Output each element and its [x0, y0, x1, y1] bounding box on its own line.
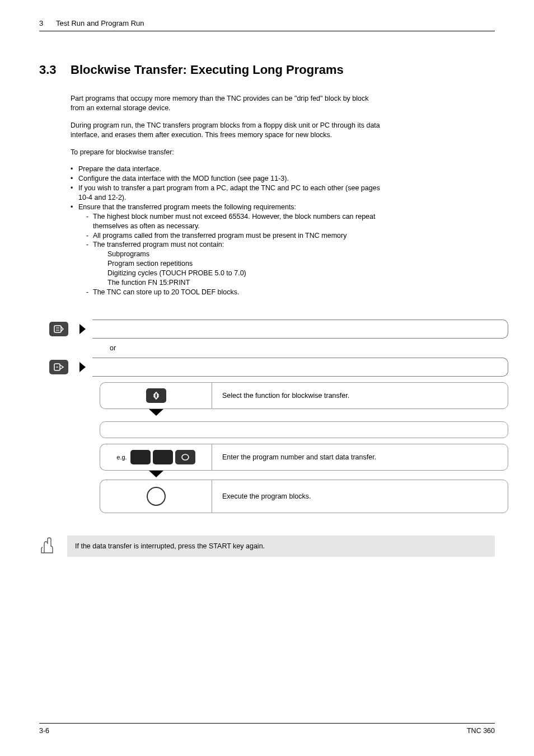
flow-mode-row-2 — [49, 355, 508, 379]
or-label: or — [110, 344, 508, 352]
program-run-full-sequence-icon — [49, 322, 68, 336]
sub-list-item-text: The transferred program must not contain… — [93, 241, 224, 248]
sub-sub-item: Program section repetitions — [107, 259, 384, 269]
sub-sub-item: The function FN 15:PRINT — [107, 278, 384, 288]
flow-step-1: Select the function for blockwise transf… — [100, 382, 508, 409]
flow-step-2: e.g. Enter the program number and start … — [100, 444, 508, 471]
page-header: 3 Test Run and Program Run — [39, 19, 495, 31]
hand-pointing-icon — [39, 536, 56, 556]
start-button-icon — [147, 487, 166, 506]
play-icon — [79, 324, 86, 334]
step-description: Execute the program blocks. — [212, 480, 508, 513]
down-arrow-icon — [149, 471, 163, 477]
body-text: Part programs that occupy more memory th… — [71, 94, 384, 297]
ext-key-icon — [146, 388, 166, 403]
bullet-list: Prepare the data interface. Configure th… — [71, 165, 384, 297]
page-number: 3-6 — [39, 727, 49, 735]
number-key-icon — [130, 450, 151, 464]
paragraph: Part programs that occupy more memory th… — [71, 94, 384, 113]
step-key-cell: e.g. — [100, 444, 212, 471]
step-description: Select the function for blockwise transf… — [212, 382, 508, 409]
page-footer: 3-6 TNC 360 — [39, 723, 495, 735]
flow-line — [92, 317, 508, 341]
list-item: Ensure that the transferred program meet… — [71, 203, 384, 297]
chapter-title: Test Run and Program Run — [56, 19, 144, 27]
product-name: TNC 360 — [467, 727, 495, 735]
flow-step-3: Execute the program blocks. — [100, 480, 508, 513]
eg-label: e.g. — [116, 454, 127, 461]
program-run-single-block-icon — [49, 360, 68, 374]
sub-list-item: All programs called from the transferred… — [86, 231, 384, 241]
note-row: If the data transfer is interrupted, pre… — [39, 536, 495, 557]
section-heading: 3.3 Blockwise Transfer: Executing Long P… — [39, 63, 495, 77]
sub-sub-item: Digitizing cycles (TOUCH PROBE 5.0 to 7.… — [107, 269, 384, 278]
list-item-text: Ensure that the transferred program meet… — [78, 203, 296, 211]
enter-key-icon — [175, 450, 195, 464]
flowchart: or — [49, 317, 508, 513]
step-description: Enter the program number and start data … — [212, 444, 508, 471]
sub-list-item: The transferred program must not contain… — [86, 240, 384, 287]
step-key-cell — [100, 480, 212, 513]
step-key-cell — [100, 382, 212, 409]
flow-mode-row-1 — [49, 317, 508, 341]
play-icon — [79, 362, 86, 372]
paragraph: To prepare for blockwise transfer: — [71, 148, 384, 157]
section-title: Blockwise Transfer: Executing Long Progr… — [71, 63, 344, 77]
svg-rect-0 — [54, 326, 61, 332]
sub-list-item: The highest block number must not exceed… — [86, 212, 384, 231]
note-box: If the data transfer is interrupted, pre… — [67, 536, 495, 557]
svg-point-5 — [182, 454, 189, 460]
sub-sub-item: Subprograms — [107, 250, 384, 259]
number-key-icon — [153, 450, 173, 464]
sub-list-item: The TNC can store up to 20 TOOL DEF bloc… — [86, 288, 384, 297]
list-item: If you wish to transfer a part program f… — [71, 184, 384, 203]
paragraph: During program run, the TNC transfers pr… — [71, 121, 384, 140]
list-item: Configure the data interface with the MO… — [71, 174, 384, 184]
section-number: 3.3 — [39, 63, 71, 77]
list-item: Prepare the data interface. — [71, 165, 384, 174]
flow-input-banner — [100, 421, 508, 438]
flow-line — [92, 355, 508, 379]
down-arrow-icon — [149, 409, 163, 416]
chapter-number: 3 — [39, 19, 56, 27]
